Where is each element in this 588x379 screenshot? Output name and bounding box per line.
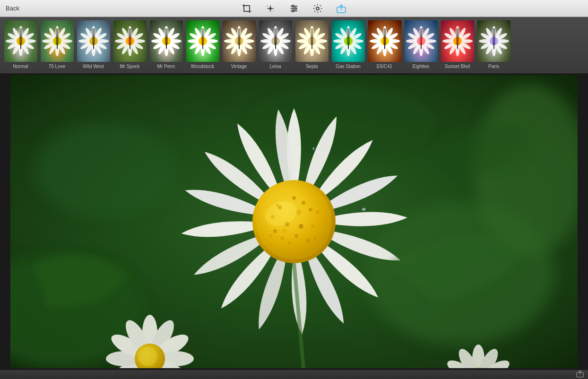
filter-thumbnail-wildwest [77,20,110,62]
filter-thumb-base-mrpenn [150,20,183,62]
svg-point-265 [273,229,277,233]
filter-label-vintage: Vintage [231,64,247,69]
filter-label-70love: 70 Love [49,64,66,69]
svg-point-267 [292,196,296,200]
svg-point-97 [199,37,207,45]
svg-point-3 [292,5,294,7]
svg-point-278 [282,229,287,233]
filter-item-e6c41[interactable]: E6/C41 [367,19,402,72]
filter-item-eighties[interactable]: Eighties [403,19,439,72]
svg-point-269 [299,224,303,229]
filter-label-woodstock: Woodstock [191,64,214,69]
filter-item-vintage[interactable]: Vintage [221,19,257,72]
filter-label-mrspock: Mr Spock [120,64,139,69]
svg-point-238 [138,347,157,366]
filter-item-wildwest[interactable]: Wild West [76,19,111,72]
toolbar-left: Back [6,5,19,12]
filter-label-gasstation: Gas Station [336,64,360,69]
filter-thumbnail-70love [41,20,74,62]
svg-point-157 [344,37,353,45]
filter-thumbnail-eighties [405,20,438,62]
filter-label-mrpenn: Mr Penn [157,64,175,69]
filter-item-woodstock[interactable]: Woodstock [185,19,220,72]
filter-thumb-base-leisa [259,20,292,62]
filter-item-mrspock[interactable]: Mr Spock [112,19,147,72]
svg-point-217 [490,37,498,45]
filter-thumb-base-paris [477,20,510,62]
svg-point-273 [309,208,312,212]
svg-point-271 [294,234,298,238]
share-tool-icon[interactable] [336,3,346,14]
filter-thumb-base-mrspock [113,20,147,62]
settings-tool-icon[interactable] [312,3,323,14]
svg-point-202 [453,37,462,45]
enhance-tool-icon[interactable] [265,3,276,14]
svg-point-276 [269,234,272,237]
filter-thumbnail-mrpenn [150,20,183,62]
toolbar: Back [0,0,588,17]
filter-label-sunsetblvd: Sunset Blvd [445,64,470,69]
filter-thumb-base-70love [41,20,74,62]
filter-thumbnail-leisa [259,20,292,62]
filter-label-normal: Normal [13,64,28,69]
svg-point-5 [292,10,294,12]
export-icon[interactable] [576,370,584,379]
filter-label-e6c41: E6/C41 [377,64,392,69]
svg-point-52 [89,37,98,45]
filter-label-leisa: Leisa [270,64,281,69]
filter-thumb-base-sunsetblvd [441,20,474,62]
filter-thumb-base-normal [4,20,37,62]
svg-point-268 [316,210,320,214]
svg-point-275 [314,237,317,240]
filter-thumbnail-gasstation [332,20,365,62]
svg-point-224 [247,85,436,160]
filter-thumb-base-eighties [405,20,438,62]
filter-thumb-base-wildwest [77,20,110,62]
svg-point-142 [308,37,316,45]
filter-item-sepia[interactable]: Sepia [294,19,329,72]
filter-thumb-base-woodstock [186,20,219,62]
back-button[interactable]: Back [6,5,19,12]
filter-item-leisa[interactable]: Leisa [258,19,293,72]
filter-thumb-base-vintage [223,20,256,62]
svg-point-262 [311,224,315,228]
svg-point-6 [316,7,319,10]
filter-item-70love[interactable]: 70 Love [39,19,75,72]
filter-thumbnail-paris [477,20,510,62]
filter-label-wildwest: Wild West [83,64,104,69]
filter-item-mrpenn[interactable]: Mr Penn [148,19,184,72]
filter-strip: Normal70 LoveWild WestMr SpockMr PennWoo… [0,17,588,74]
svg-point-37 [53,37,61,45]
filter-item-sunsetblvd[interactable]: Sunset Blvd [440,19,475,72]
svg-point-223 [34,122,176,217]
toolbar-icons [242,3,346,14]
svg-point-261 [302,201,305,205]
filter-thumbnail-e6c41 [368,20,401,62]
svg-point-172 [380,37,389,45]
filter-thumbnail-woodstock [186,20,219,62]
filter-label-eighties: Eighties [413,64,430,69]
main-photo [10,75,578,368]
svg-point-82 [162,37,171,45]
svg-point-272 [280,236,284,240]
filter-thumbnail-sunsetblvd [441,20,474,62]
bottom-bar [0,370,588,379]
svg-point-112 [235,37,243,45]
filter-thumbnail-normal [4,20,37,62]
filter-item-paris[interactable]: Paris [476,19,511,72]
svg-point-4 [294,8,296,9]
svg-point-187 [417,37,425,45]
filter-thumb-base-sepia [295,20,329,62]
svg-point-264 [287,241,291,245]
svg-point-22 [17,37,25,45]
filter-item-gasstation[interactable]: Gas Station [330,19,366,72]
filter-label-paris: Paris [488,64,499,69]
adjust-tool-icon[interactable] [289,3,299,14]
svg-point-67 [126,37,134,45]
filter-thumbnail-mrspock [113,20,147,62]
main-image-area [0,74,588,370]
filter-item-normal[interactable]: Normal [3,19,38,72]
crop-tool-icon[interactable] [242,3,252,14]
svg-point-263 [306,239,310,242]
filter-thumb-base-gasstation [332,20,365,62]
